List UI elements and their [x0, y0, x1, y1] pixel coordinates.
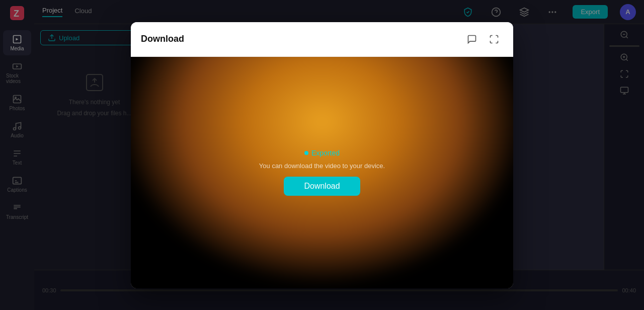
exported-label: Exported	[311, 149, 340, 157]
comment-icon-btn[interactable]	[463, 30, 481, 48]
download-button[interactable]: Download	[284, 177, 360, 196]
video-overlay: Exported You can download the video to y…	[259, 149, 385, 196]
download-modal: Download	[131, 22, 513, 288]
modal-video: Exported You can download the video to y…	[131, 57, 513, 288]
modal-header-icons	[463, 30, 503, 48]
export-subtitle: You can download the video to your devic…	[259, 162, 385, 170]
modal-header: Download	[131, 22, 513, 57]
exported-badge: Exported	[304, 149, 340, 157]
exported-dot	[304, 151, 308, 155]
expand-icon-btn[interactable]	[485, 30, 503, 48]
modal-backdrop[interactable]: Download	[0, 0, 644, 310]
modal-title: Download	[141, 34, 184, 44]
